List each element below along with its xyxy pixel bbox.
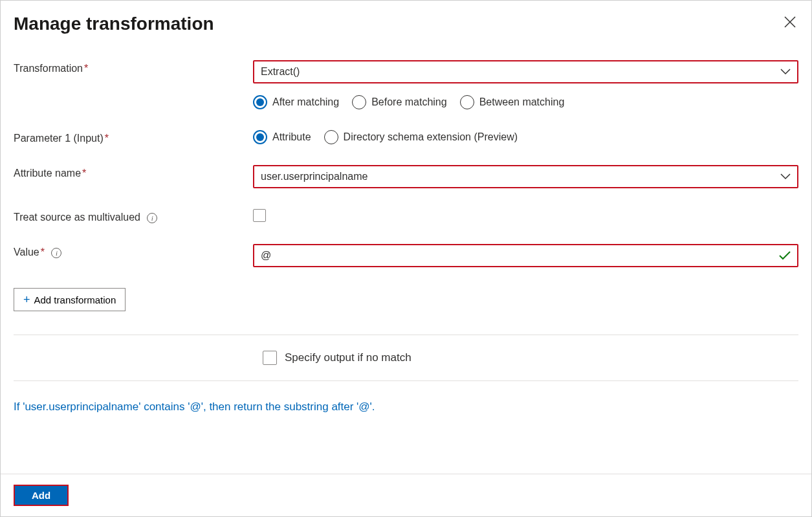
radio-between-matching[interactable]: Between matching (460, 95, 565, 109)
close-icon (784, 16, 796, 28)
treat-multivalued-row: Treat source as multivalued i (14, 209, 798, 223)
info-icon[interactable]: i (51, 248, 61, 258)
value-label-text: Value (14, 247, 39, 258)
transformation-row: Transformation* Extract() After matching (14, 60, 798, 109)
close-button[interactable] (782, 14, 798, 30)
radio-circle-icon (253, 130, 267, 144)
parameter1-field: Attribute Directory schema extension (Pr… (253, 130, 798, 144)
value-field: @ (253, 244, 798, 267)
specify-output-checkbox[interactable] (263, 351, 277, 365)
value-input-text: @ (261, 250, 779, 261)
treat-multivalued-field (253, 209, 798, 222)
attribute-name-select[interactable]: user.userprincipalname (253, 165, 798, 188)
add-button-highlight: Add (14, 485, 69, 506)
radio-circle-icon (460, 95, 474, 109)
parameter1-row: Parameter 1 (Input)* Attribute Directory… (14, 130, 798, 144)
footer: Add (1, 474, 811, 516)
transformation-select[interactable]: Extract() (253, 60, 798, 83)
radio-after-label: After matching (272, 96, 339, 108)
radio-dirschema-label: Directory schema extension (Preview) (344, 131, 518, 143)
radio-attribute[interactable]: Attribute (253, 130, 311, 144)
add-button[interactable]: Add (15, 486, 67, 505)
attribute-name-row: Attribute name* user.userprincipalname (14, 165, 798, 188)
divider (14, 335, 798, 335)
parameter1-radio-group: Attribute Directory schema extension (Pr… (253, 130, 798, 144)
plus-icon: + (23, 294, 30, 305)
radio-before-matching[interactable]: Before matching (352, 95, 447, 109)
value-row: Value* i @ (14, 244, 798, 267)
radio-before-label: Before matching (371, 96, 447, 108)
manage-transformation-panel: Manage transformation Transformation* Ex… (0, 0, 812, 517)
parameter1-label: Parameter 1 (Input)* (14, 130, 253, 144)
radio-circle-icon (352, 95, 366, 109)
radio-circle-icon (324, 130, 338, 144)
add-transformation-label: Add transformation (34, 294, 116, 305)
transformation-select-value: Extract() (261, 66, 300, 78)
transformation-summary: If 'user.userprincipalname' contains '@'… (1, 391, 811, 439)
treat-multivalued-checkbox[interactable] (253, 209, 266, 222)
attribute-name-field: user.userprincipalname (253, 165, 798, 188)
required-asterisk: * (41, 247, 45, 258)
specify-output-row: Specify output if no match (1, 346, 811, 370)
info-icon[interactable]: i (147, 213, 157, 223)
chevron-down-icon (780, 173, 791, 180)
specify-output-label: Specify output if no match (285, 351, 411, 364)
transformation-label: Transformation* (14, 60, 253, 74)
treat-multivalued-label-text: Treat source as multivalued (14, 212, 140, 223)
attribute-name-label-text: Attribute name (14, 168, 81, 179)
required-asterisk: * (105, 133, 109, 144)
radio-attribute-label: Attribute (272, 131, 311, 143)
treat-multivalued-label: Treat source as multivalued i (14, 209, 253, 223)
value-input[interactable]: @ (253, 244, 798, 267)
divider (14, 380, 798, 381)
value-label: Value* i (14, 244, 253, 258)
add-transformation-button[interactable]: + Add transformation (14, 288, 126, 311)
chevron-down-icon (780, 69, 791, 75)
parameter1-label-text: Parameter 1 (Input) (14, 133, 104, 144)
transformation-field: Extract() After matching Before matching (253, 60, 798, 109)
radio-between-label: Between matching (479, 96, 565, 108)
radio-directory-schema-ext[interactable]: Directory schema extension (Preview) (324, 130, 518, 144)
page-title: Manage transformation (14, 14, 214, 34)
attribute-name-label: Attribute name* (14, 165, 253, 179)
radio-after-matching[interactable]: After matching (253, 95, 339, 109)
radio-circle-icon (253, 95, 267, 109)
matching-radio-group: After matching Before matching Between m… (253, 95, 798, 109)
panel-header: Manage transformation (1, 1, 811, 41)
required-asterisk: * (84, 63, 88, 74)
required-asterisk: * (82, 168, 86, 179)
attribute-name-value: user.userprincipalname (261, 171, 368, 182)
transformation-label-text: Transformation (14, 63, 83, 74)
add-transformation-row: + Add transformation (14, 288, 798, 311)
checkmark-icon (779, 251, 791, 260)
form-area: Transformation* Extract() After matching (1, 41, 811, 324)
